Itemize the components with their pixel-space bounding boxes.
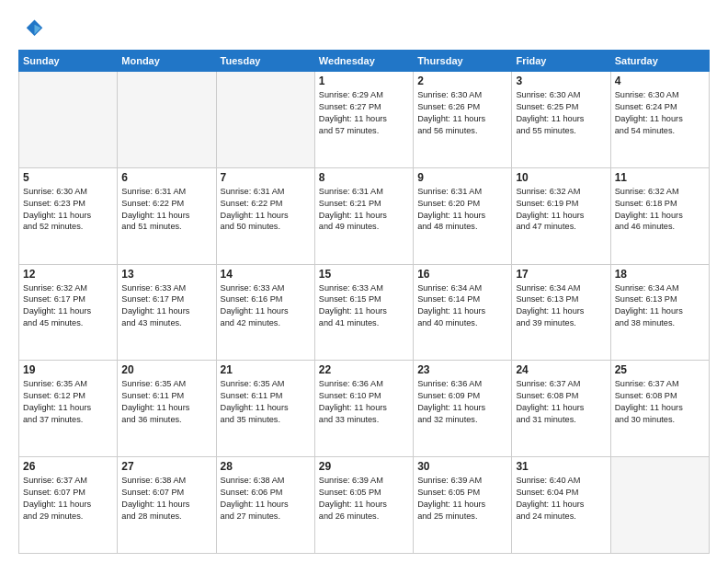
day-number: 5 — [23, 171, 113, 184]
day-number: 30 — [417, 460, 507, 473]
calendar-header-thursday: Thursday — [414, 51, 512, 72]
day-number: 20 — [121, 363, 211, 376]
day-number: 29 — [319, 460, 409, 473]
cell-info: Sunrise: 6:30 AMSunset: 6:23 PMDaylight:… — [23, 186, 113, 234]
cell-info: Sunrise: 6:35 AMSunset: 6:11 PMDaylight:… — [121, 378, 211, 426]
calendar-cell: 29Sunrise: 6:39 AMSunset: 6:05 PMDayligh… — [314, 457, 413, 554]
day-number: 1 — [319, 75, 409, 87]
calendar-cell: 9Sunrise: 6:31 AMSunset: 6:20 PMDaylight… — [414, 167, 512, 264]
day-number: 24 — [516, 363, 606, 376]
day-number: 6 — [121, 171, 211, 184]
day-number: 28 — [221, 460, 311, 473]
cell-info: Sunrise: 6:36 AMSunset: 6:10 PMDaylight:… — [319, 378, 409, 426]
calendar-header-monday: Monday — [118, 51, 216, 72]
calendar-cell: 23Sunrise: 6:36 AMSunset: 6:09 PMDayligh… — [414, 361, 512, 457]
cell-info: Sunrise: 6:35 AMSunset: 6:11 PMDaylight:… — [221, 378, 311, 426]
cell-info: Sunrise: 6:31 AMSunset: 6:22 PMDaylight:… — [221, 186, 311, 234]
calendar-cell: 20Sunrise: 6:35 AMSunset: 6:11 PMDayligh… — [118, 361, 216, 457]
logo — [18, 17, 48, 42]
calendar-week-3: 12Sunrise: 6:32 AMSunset: 6:17 PMDayligh… — [19, 264, 710, 361]
calendar-cell: 18Sunrise: 6:34 AMSunset: 6:13 PMDayligh… — [610, 264, 709, 361]
cell-info: Sunrise: 6:35 AMSunset: 6:12 PMDaylight:… — [23, 378, 113, 426]
cell-info: Sunrise: 6:34 AMSunset: 6:13 PMDaylight:… — [516, 282, 606, 330]
calendar-cell: 16Sunrise: 6:34 AMSunset: 6:14 PMDayligh… — [414, 264, 512, 361]
cell-info: Sunrise: 6:34 AMSunset: 6:13 PMDaylight:… — [615, 282, 705, 330]
cell-info: Sunrise: 6:37 AMSunset: 6:08 PMDaylight:… — [615, 378, 705, 426]
cell-info: Sunrise: 6:30 AMSunset: 6:25 PMDaylight:… — [516, 89, 606, 137]
cell-info: Sunrise: 6:33 AMSunset: 6:16 PMDaylight:… — [221, 282, 311, 330]
day-number: 4 — [615, 75, 705, 87]
day-number: 22 — [319, 363, 409, 376]
day-number: 14 — [221, 268, 311, 281]
day-number: 25 — [615, 363, 705, 376]
calendar-cell: 17Sunrise: 6:34 AMSunset: 6:13 PMDayligh… — [512, 264, 610, 361]
day-number: 13 — [121, 268, 211, 281]
calendar-cell: 31Sunrise: 6:40 AMSunset: 6:04 PMDayligh… — [512, 457, 610, 554]
calendar-cell: 6Sunrise: 6:31 AMSunset: 6:22 PMDaylight… — [118, 167, 216, 264]
cell-info: Sunrise: 6:33 AMSunset: 6:17 PMDaylight:… — [121, 282, 211, 330]
cell-info: Sunrise: 6:37 AMSunset: 6:07 PMDaylight:… — [23, 475, 113, 523]
calendar-cell: 25Sunrise: 6:37 AMSunset: 6:08 PMDayligh… — [610, 361, 709, 457]
calendar-cell — [216, 72, 314, 168]
day-number: 19 — [23, 363, 113, 376]
day-number: 21 — [221, 363, 311, 376]
cell-info: Sunrise: 6:32 AMSunset: 6:19 PMDaylight:… — [516, 186, 606, 234]
calendar-cell: 5Sunrise: 6:30 AMSunset: 6:23 PMDaylight… — [19, 167, 118, 264]
day-number: 17 — [516, 268, 606, 281]
calendar-header-saturday: Saturday — [610, 51, 709, 72]
calendar-cell: 7Sunrise: 6:31 AMSunset: 6:22 PMDaylight… — [216, 167, 314, 264]
calendar-cell: 3Sunrise: 6:30 AMSunset: 6:25 PMDaylight… — [512, 72, 610, 168]
calendar-cell: 19Sunrise: 6:35 AMSunset: 6:12 PMDayligh… — [19, 361, 118, 457]
cell-info: Sunrise: 6:32 AMSunset: 6:17 PMDaylight:… — [23, 282, 113, 330]
calendar-cell: 24Sunrise: 6:37 AMSunset: 6:08 PMDayligh… — [512, 361, 610, 457]
cell-info: Sunrise: 6:37 AMSunset: 6:08 PMDaylight:… — [516, 378, 606, 426]
cell-info: Sunrise: 6:32 AMSunset: 6:18 PMDaylight:… — [615, 186, 705, 234]
calendar-cell: 26Sunrise: 6:37 AMSunset: 6:07 PMDayligh… — [19, 457, 118, 554]
calendar-cell — [610, 457, 709, 554]
cell-info: Sunrise: 6:40 AMSunset: 6:04 PMDaylight:… — [516, 475, 606, 523]
calendar-cell — [118, 72, 216, 168]
cell-info: Sunrise: 6:39 AMSunset: 6:05 PMDaylight:… — [319, 475, 409, 523]
calendar-header-row: SundayMondayTuesdayWednesdayThursdayFrid… — [19, 51, 710, 72]
cell-info: Sunrise: 6:34 AMSunset: 6:14 PMDaylight:… — [417, 282, 507, 330]
calendar-cell: 1Sunrise: 6:29 AMSunset: 6:27 PMDaylight… — [314, 72, 413, 168]
day-number: 8 — [319, 171, 409, 184]
calendar-cell: 10Sunrise: 6:32 AMSunset: 6:19 PMDayligh… — [512, 167, 610, 264]
calendar-week-1: 1Sunrise: 6:29 AMSunset: 6:27 PMDaylight… — [19, 72, 710, 168]
cell-info: Sunrise: 6:33 AMSunset: 6:15 PMDaylight:… — [319, 282, 409, 330]
calendar-cell — [19, 72, 118, 168]
cell-info: Sunrise: 6:30 AMSunset: 6:24 PMDaylight:… — [615, 89, 705, 137]
day-number: 11 — [615, 171, 705, 184]
day-number: 31 — [516, 460, 606, 473]
page: SundayMondayTuesdayWednesdayThursdayFrid… — [0, 0, 728, 563]
day-number: 12 — [23, 268, 113, 281]
day-number: 2 — [417, 75, 507, 87]
day-number: 18 — [615, 268, 705, 281]
cell-info: Sunrise: 6:31 AMSunset: 6:21 PMDaylight:… — [319, 186, 409, 234]
calendar-cell: 21Sunrise: 6:35 AMSunset: 6:11 PMDayligh… — [216, 361, 314, 457]
cell-info: Sunrise: 6:39 AMSunset: 6:05 PMDaylight:… — [417, 475, 507, 523]
day-number: 10 — [516, 171, 606, 184]
day-number: 3 — [516, 75, 606, 87]
calendar-cell: 22Sunrise: 6:36 AMSunset: 6:10 PMDayligh… — [314, 361, 413, 457]
calendar-header-wednesday: Wednesday — [314, 51, 413, 72]
day-number: 27 — [121, 460, 211, 473]
calendar-header-sunday: Sunday — [19, 51, 118, 72]
day-number: 15 — [319, 268, 409, 281]
day-number: 26 — [23, 460, 113, 473]
header — [18, 17, 710, 42]
cell-info: Sunrise: 6:31 AMSunset: 6:22 PMDaylight:… — [121, 186, 211, 234]
calendar-header-tuesday: Tuesday — [216, 51, 314, 72]
cell-info: Sunrise: 6:29 AMSunset: 6:27 PMDaylight:… — [319, 89, 409, 137]
calendar-cell: 12Sunrise: 6:32 AMSunset: 6:17 PMDayligh… — [19, 264, 118, 361]
calendar-cell: 2Sunrise: 6:30 AMSunset: 6:26 PMDaylight… — [414, 72, 512, 168]
calendar-cell: 30Sunrise: 6:39 AMSunset: 6:05 PMDayligh… — [414, 457, 512, 554]
cell-info: Sunrise: 6:38 AMSunset: 6:06 PMDaylight:… — [221, 475, 311, 523]
day-number: 9 — [417, 171, 507, 184]
calendar-cell: 27Sunrise: 6:38 AMSunset: 6:07 PMDayligh… — [118, 457, 216, 554]
calendar-cell: 11Sunrise: 6:32 AMSunset: 6:18 PMDayligh… — [610, 167, 709, 264]
calendar-week-2: 5Sunrise: 6:30 AMSunset: 6:23 PMDaylight… — [19, 167, 710, 264]
cell-info: Sunrise: 6:31 AMSunset: 6:20 PMDaylight:… — [417, 186, 507, 234]
cell-info: Sunrise: 6:38 AMSunset: 6:07 PMDaylight:… — [121, 475, 211, 523]
calendar-cell: 4Sunrise: 6:30 AMSunset: 6:24 PMDaylight… — [610, 72, 709, 168]
